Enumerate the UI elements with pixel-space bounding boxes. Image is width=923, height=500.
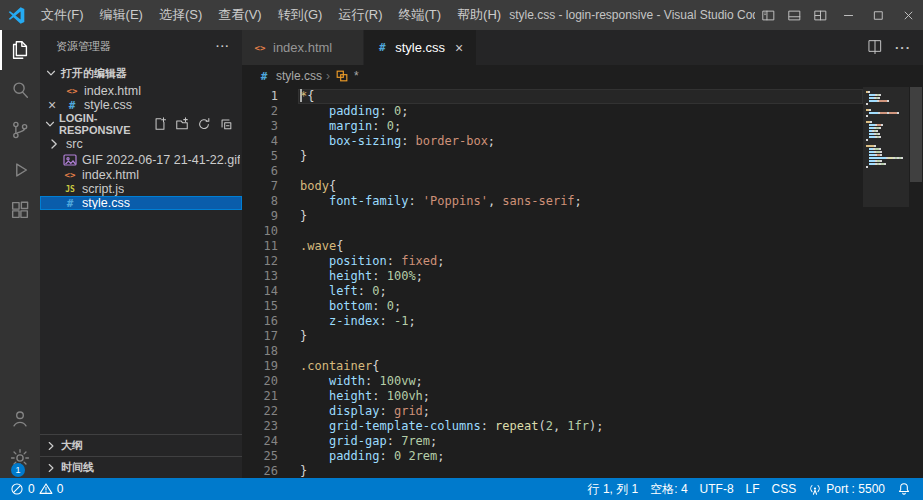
line-number: 11 bbox=[242, 239, 278, 254]
code-line[interactable]: height: 100vh; bbox=[298, 389, 863, 404]
live-server-port[interactable]: Port : 5500 bbox=[802, 478, 891, 500]
new-file-button[interactable] bbox=[152, 116, 168, 132]
menu-help[interactable]: 帮助(H) bbox=[449, 0, 509, 30]
line-number: 24 bbox=[242, 434, 278, 449]
toggle-panel-button[interactable] bbox=[781, 0, 807, 30]
code-line[interactable]: } bbox=[298, 464, 863, 478]
breadcrumb-label: style.css bbox=[276, 69, 322, 83]
customize-layout-button[interactable] bbox=[807, 0, 833, 30]
menu-view[interactable]: 查看(V) bbox=[210, 0, 269, 30]
menu-edit[interactable]: 编辑(E) bbox=[92, 0, 151, 30]
code-line[interactable]: margin: 0; bbox=[298, 119, 863, 134]
activitybar-source-control[interactable] bbox=[0, 110, 40, 150]
code-line[interactable]: } bbox=[298, 149, 863, 164]
line-number-gutter: 1234567891011121314151617181920212223242… bbox=[242, 87, 298, 478]
tree-item-gif-2022-06-17-21-41-22-gif[interactable]: GIF 2022-06-17 21-41-22.gif bbox=[40, 152, 242, 168]
menu-go[interactable]: 转到(G) bbox=[270, 0, 331, 30]
editor-group: <>index.html×#style.css× ··· #style.css›… bbox=[242, 30, 923, 478]
code-line[interactable]: padding: 0; bbox=[298, 104, 863, 119]
code-line[interactable]: box-sizing: border-box; bbox=[298, 134, 863, 149]
breadcrumb-label: * bbox=[354, 69, 359, 83]
menu-run[interactable]: 运行(R) bbox=[330, 0, 390, 30]
menu-file[interactable]: 文件(F) bbox=[33, 0, 92, 30]
activitybar-settings[interactable]: 1 bbox=[0, 438, 40, 478]
code-line[interactable]: position: fixed; bbox=[298, 254, 863, 269]
warning-icon bbox=[39, 482, 53, 496]
maximize-button[interactable] bbox=[863, 0, 893, 30]
breadcrumb-item-style-css[interactable]: #style.css bbox=[256, 69, 322, 83]
code-line[interactable]: display: grid; bbox=[298, 404, 863, 419]
minimap[interactable] bbox=[863, 87, 909, 478]
line-number: 7 bbox=[242, 179, 278, 194]
breadcrumb-separator: › bbox=[325, 69, 331, 83]
refresh-button[interactable] bbox=[196, 116, 212, 132]
minimize-button[interactable] bbox=[833, 0, 863, 30]
code-line[interactable]: grid-template-columns: repeat(2, 1fr); bbox=[298, 419, 863, 434]
menu-selection[interactable]: 选择(S) bbox=[151, 0, 210, 30]
code-line[interactable]: left: 0; bbox=[298, 284, 863, 299]
outline-section-header[interactable]: 大纲 bbox=[40, 434, 242, 456]
activitybar-explorer[interactable] bbox=[0, 30, 40, 70]
code-line[interactable]: } bbox=[298, 329, 863, 344]
tree-item-index-html[interactable]: <>index.html bbox=[40, 168, 242, 182]
open-editor-style-css[interactable]: ×#style.css bbox=[40, 98, 242, 112]
code-line[interactable] bbox=[298, 344, 863, 359]
vertical-scrollbar[interactable] bbox=[909, 87, 923, 478]
close-button[interactable] bbox=[893, 0, 923, 30]
outline-label: 大纲 bbox=[61, 438, 83, 453]
tab-style-css[interactable]: #style.css× bbox=[364, 30, 477, 65]
code-line[interactable]: *{ bbox=[298, 89, 863, 104]
scrollbar-thumb[interactable] bbox=[910, 87, 922, 182]
folder-root-header[interactable]: LOGIN-RESPONSIVE bbox=[40, 112, 242, 136]
close-icon[interactable]: × bbox=[450, 40, 468, 56]
timeline-section-header[interactable]: 时间线 bbox=[40, 456, 242, 478]
html-file-icon: <> bbox=[64, 86, 80, 96]
activitybar-account[interactable] bbox=[0, 398, 40, 438]
editor-more-actions[interactable]: ··· bbox=[895, 40, 911, 55]
code-line[interactable]: .container{ bbox=[298, 359, 863, 374]
collapse-all-button[interactable] bbox=[218, 116, 234, 132]
eol-sequence[interactable]: LF bbox=[740, 478, 766, 500]
code-line[interactable]: z-index: -1; bbox=[298, 314, 863, 329]
notifications-bell[interactable] bbox=[891, 478, 917, 500]
code-line[interactable]: body{ bbox=[298, 179, 863, 194]
tab-index-html[interactable]: <>index.html× bbox=[242, 30, 364, 65]
new-folder-button[interactable] bbox=[174, 116, 190, 132]
code-line[interactable]: width: 100vw; bbox=[298, 374, 863, 389]
code-line[interactable]: .wave{ bbox=[298, 239, 863, 254]
window-controls bbox=[755, 0, 923, 30]
open-editors-header[interactable]: 打开的编辑器 bbox=[40, 62, 242, 84]
menu-terminal[interactable]: 终端(T) bbox=[390, 0, 449, 30]
line-number: 4 bbox=[242, 134, 278, 149]
line-number: 15 bbox=[242, 299, 278, 314]
open-editor-index-html[interactable]: <>index.html bbox=[40, 84, 242, 98]
activitybar-run-debug[interactable] bbox=[0, 150, 40, 190]
code-line[interactable] bbox=[298, 164, 863, 179]
line-number: 5 bbox=[242, 149, 278, 164]
breadcrumb-item-item[interactable]: * bbox=[334, 69, 359, 83]
problems-status[interactable]: 0 0 bbox=[4, 478, 69, 500]
code-line[interactable]: height: 100%; bbox=[298, 269, 863, 284]
language-mode[interactable]: CSS bbox=[766, 478, 803, 500]
activitybar-extensions[interactable] bbox=[0, 190, 40, 230]
indentation[interactable]: 空格: 4 bbox=[644, 478, 693, 500]
code-line[interactable] bbox=[298, 224, 863, 239]
open-editors-list: <>index.html×#style.css bbox=[40, 84, 242, 112]
cursor-position[interactable]: 行 1, 列 1 bbox=[582, 478, 645, 500]
tree-item-script-js[interactable]: JSscript.js bbox=[40, 182, 242, 196]
close-icon[interactable]: × bbox=[44, 98, 60, 112]
tree-item-src[interactable]: src bbox=[40, 136, 242, 152]
code-line[interactable]: grid-gap: 7rem; bbox=[298, 434, 863, 449]
encoding[interactable]: UTF-8 bbox=[694, 478, 740, 500]
toggle-sidebar-button[interactable] bbox=[755, 0, 781, 30]
code-line[interactable]: } bbox=[298, 209, 863, 224]
split-editor-button[interactable] bbox=[867, 38, 883, 57]
code-line[interactable]: font-family: 'Poppins', sans-serif; bbox=[298, 194, 863, 209]
activitybar-search[interactable] bbox=[0, 70, 40, 110]
code-line[interactable]: padding: 0 2rem; bbox=[298, 449, 863, 464]
more-actions-icon[interactable]: ··· bbox=[216, 40, 230, 52]
tree-item-style-css[interactable]: #style.css bbox=[40, 196, 242, 210]
code-line[interactable]: bottom: 0; bbox=[298, 299, 863, 314]
minimap-slider[interactable] bbox=[863, 87, 909, 207]
code-content[interactable]: *{ padding: 0; margin: 0; box-sizing: bo… bbox=[298, 87, 863, 478]
